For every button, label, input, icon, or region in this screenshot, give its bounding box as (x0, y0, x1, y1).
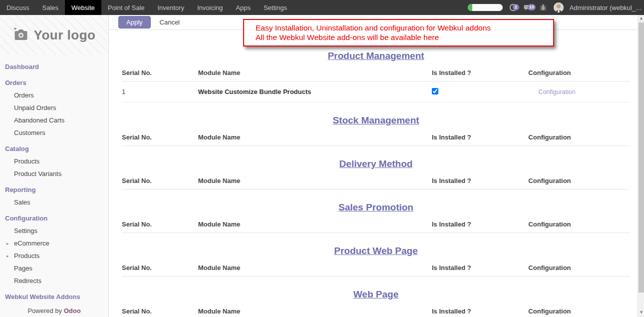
logo-text: Your logo (34, 28, 96, 43)
section-product-web-page: Product Web PageSerial No.Module NameIs … (122, 245, 630, 276)
section-title-web-page[interactable]: Web Page (122, 288, 630, 300)
sidebar-menu: DashboardOrdersOrdersUnpaid OrdersAbando… (0, 55, 108, 303)
nav-item-website[interactable]: Website (65, 0, 101, 15)
sidebar-header-webkul-website-addons[interactable]: Webkul Website Addons (0, 290, 108, 303)
annotation-line-2: All the Webkul Website add-ons will be a… (256, 33, 553, 42)
cell-module-name: Website Customize Bundle Products (198, 88, 432, 96)
sidebar-header-reporting[interactable]: Reporting (0, 184, 108, 196)
cell-serial: 1 (122, 88, 198, 96)
chevron-right-icon: ▸ (6, 240, 9, 248)
activities-badge: 2 (513, 4, 519, 10)
sidebar-header-catalog[interactable]: Catalog (0, 142, 108, 155)
column-header-configuration: Configuration (528, 178, 630, 184)
section-title-sales-promotion[interactable]: Sales Promotion (122, 202, 630, 213)
user-menu[interactable]: Administrator (webkul_… (570, 4, 642, 12)
section-stock-management: Stock ManagementSerial No.Module NameIs … (122, 114, 630, 146)
column-header-module-name: Module Name (198, 308, 432, 314)
apply-button[interactable]: Apply (118, 16, 151, 28)
column-header-serial-no: Serial No. (122, 70, 198, 76)
sidebar-item-orders[interactable]: Orders (0, 89, 108, 102)
trial-progress-fill (468, 4, 472, 11)
column-header-serial-no: Serial No. (122, 308, 198, 314)
column-header-serial-no: Serial No. (122, 134, 198, 140)
table-header-row: Serial No.Module NameIs Installed ?Confi… (122, 126, 630, 146)
powered-by: Powered by Odoo (0, 307, 108, 314)
column-header-is-installed: Is Installed ? (432, 178, 528, 184)
activities-button[interactable]: 2 (509, 3, 518, 12)
scroll-up-arrow[interactable]: ▲ (638, 15, 644, 22)
messages-badge: 10 (528, 4, 536, 10)
debug-button[interactable] (539, 3, 548, 12)
column-header-configuration: Configuration (528, 70, 630, 76)
scroll-down-arrow[interactable]: ▼ (638, 309, 644, 316)
sidebar-item-settings[interactable]: Settings (0, 224, 108, 237)
section-product-management: Product ManagementSerial No.Module NameI… (122, 50, 630, 102)
column-header-serial-no: Serial No. (122, 178, 198, 184)
sidebar-header-configuration[interactable]: Configuration (0, 212, 108, 224)
app-window: DiscussSalesWebsitePoint of SaleInventor… (0, 0, 644, 317)
sidebar-item-product-variants[interactable]: Product Variants (0, 168, 108, 180)
main-content: Apply Cancel Easy Installation, Uninstal… (109, 15, 638, 317)
section-title-product-web-page[interactable]: Product Web Page (122, 245, 630, 256)
configuration-link[interactable]: Configuration (528, 88, 575, 96)
nav-item-sales[interactable]: Sales (36, 0, 65, 15)
company-logo[interactable]: Your logo (0, 15, 108, 55)
sidebar-header-dashboard[interactable]: Dashboard (0, 60, 108, 73)
section-title-delivery-method[interactable]: Delivery Method (122, 158, 630, 170)
user-avatar[interactable] (554, 2, 564, 12)
sidebar-item-unpaid-orders[interactable]: Unpaid Orders (0, 102, 108, 114)
table-header-row: Serial No.Module NameIs Installed ?Confi… (122, 62, 630, 82)
sidebar-item-sales[interactable]: Sales (0, 196, 108, 208)
odoo-brand-link[interactable]: Odoo (64, 307, 81, 314)
section-sales-promotion: Sales PromotionSerial No.Module NameIs I… (122, 202, 630, 233)
column-header-module-name: Module Name (198, 134, 432, 140)
section-title-stock-management[interactable]: Stock Management (122, 114, 630, 126)
column-header-is-installed: Is Installed ? (432, 264, 528, 271)
column-header-is-installed: Is Installed ? (432, 221, 528, 228)
is-installed-checkbox[interactable] (432, 88, 438, 94)
sidebar-item-products[interactable]: Products (0, 155, 108, 168)
sidebar-item-ecommerce[interactable]: ▸eCommerce (0, 237, 108, 250)
column-header-is-installed: Is Installed ? (432, 70, 528, 76)
column-header-serial-no: Serial No. (122, 221, 198, 228)
section-web-page: Web PageSerial No.Module NameIs Installe… (122, 288, 630, 317)
nav-item-inventory[interactable]: Inventory (151, 0, 191, 15)
column-header-configuration: Configuration (528, 264, 630, 271)
nav-item-point-of-sale[interactable]: Point of Sale (101, 0, 151, 15)
nav-item-discuss[interactable]: Discuss (0, 0, 36, 15)
sidebar-item-pages[interactable]: Pages (0, 262, 108, 274)
cell-configuration: Configuration (528, 88, 630, 96)
cancel-button[interactable]: Cancel (160, 18, 180, 26)
column-header-serial-no: Serial No. (122, 264, 198, 271)
sidebar-item-products[interactable]: ▸Products (0, 250, 108, 262)
table-row: 1Website Customize Bundle ProductsConfig… (122, 82, 630, 102)
column-header-module-name: Module Name (198, 70, 432, 76)
scrollbar-thumb[interactable] (639, 22, 644, 292)
systray: 2 10 (468, 0, 644, 15)
camera-plus-icon (13, 28, 29, 42)
column-header-configuration: Configuration (528, 221, 630, 228)
table-header-row: Serial No.Module NameIs Installed ?Confi… (122, 170, 630, 190)
nav-item-invoicing[interactable]: Invoicing (191, 0, 229, 15)
column-header-module-name: Module Name (198, 264, 432, 271)
sidebar-item-redirects[interactable]: Redirects (0, 274, 108, 287)
section-title-product-management[interactable]: Product Management (122, 50, 630, 62)
table-header-row: Serial No.Module NameIs Installed ?Confi… (122, 300, 630, 317)
annotation-box: Easy Installation, Uninstallation and co… (243, 19, 554, 46)
vertical-scrollbar[interactable]: ▲ ▼ (638, 15, 644, 317)
column-header-is-installed: Is Installed ? (432, 308, 528, 314)
sidebar: Your logo DashboardOrdersOrdersUnpaid Or… (0, 15, 109, 317)
bug-icon (539, 4, 547, 12)
column-header-module-name: Module Name (198, 178, 432, 184)
column-header-configuration: Configuration (528, 308, 630, 314)
nav-item-apps[interactable]: Apps (229, 0, 257, 15)
messages-button[interactable]: 10 (524, 3, 533, 12)
top-navbar: DiscussSalesWebsitePoint of SaleInventor… (0, 0, 644, 15)
main-menu: DiscussSalesWebsitePoint of SaleInventor… (0, 0, 294, 15)
nav-item-settings[interactable]: Settings (257, 0, 294, 15)
sidebar-header-orders[interactable]: Orders (0, 76, 108, 89)
sidebar-item-abandoned-carts[interactable]: Abandoned Carts (0, 114, 108, 126)
column-header-module-name: Module Name (198, 221, 432, 228)
sidebar-item-customers[interactable]: Customers (0, 126, 108, 139)
column-header-is-installed: Is Installed ? (432, 134, 528, 140)
